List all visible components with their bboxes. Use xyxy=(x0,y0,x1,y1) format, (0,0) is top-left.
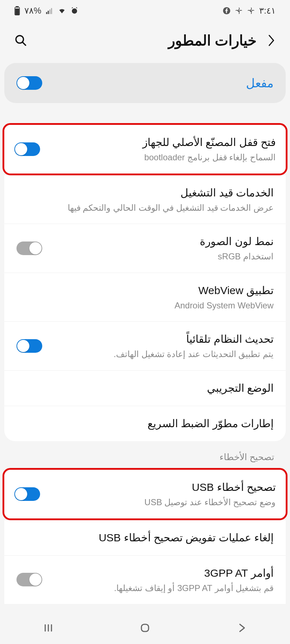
battery-text: %٧٨ xyxy=(24,6,41,16)
item-sub: وضع تصحيح الأخطاء عند توصيل USB xyxy=(47,496,276,508)
nav-recents-button[interactable] xyxy=(43,623,54,633)
status-left-group: %٧٨ xyxy=(14,6,78,16)
svg-rect-8 xyxy=(15,9,19,15)
wifi-icon xyxy=(58,7,66,15)
svg-rect-2 xyxy=(46,12,47,14)
master-toggle-row[interactable]: مفعل xyxy=(4,63,286,103)
running-services-item[interactable]: الخدمات قيد التشغيل عرض الخدمات قيد التش… xyxy=(4,175,286,224)
item-title: تصحيح أخطاء USB xyxy=(47,480,276,495)
item-sub: Android System WebView xyxy=(16,299,274,312)
alarm-icon xyxy=(71,7,78,15)
loop-icon xyxy=(247,7,255,15)
color-profile-item[interactable]: نمط لون الصورة استخدام sRGB xyxy=(4,224,286,273)
webview-item[interactable]: تطبيق WebView Android System WebView xyxy=(4,273,286,322)
revoke-usb-auth-item[interactable]: إلغاء عمليات تفويض تصحيح أخطاء USB xyxy=(4,520,286,556)
svg-rect-5 xyxy=(51,8,52,14)
loop-icon-2 xyxy=(235,7,243,15)
svg-point-1 xyxy=(72,9,77,14)
oem-unlock-highlight: فتح قفل المصنّع الأصلي للجهاز السماح بإل… xyxy=(3,123,287,175)
page-header: خيارات المطور xyxy=(0,21,290,63)
usb-debugging-item[interactable]: تصحيح أخطاء USB وضع تصحيح الأخطاء عند تو… xyxy=(4,470,286,518)
status-right-group: ٣:٤١ xyxy=(223,6,276,16)
3gpp-at-item[interactable]: أوامر 3GPP AT قم بتشغيل أوامر 3GPP AT أو… xyxy=(4,556,286,604)
item-title: تحديث النظام تلقائياً xyxy=(49,332,274,347)
clock: ٣:٤١ xyxy=(259,6,276,16)
signal-icon xyxy=(45,7,53,15)
auto-update-item[interactable]: تحديث النظام تلقائياً يتم تطبيق التحديثا… xyxy=(4,322,286,371)
item-sub: السماح بإلغاء قفل برنامج bootloader xyxy=(47,151,276,164)
item-title: إطارات مطوّر الضبط السريع xyxy=(16,416,274,431)
demo-mode-item[interactable]: الوضع التجريبي xyxy=(4,371,286,406)
item-sub: يتم تطبيق التحديثات عند إعادة تشغيل الها… xyxy=(49,348,274,360)
3gpp-at-switch[interactable] xyxy=(16,573,42,586)
item-title: إلغاء عمليات تفويض تصحيح أخطاء USB xyxy=(16,530,274,545)
oem-unlock-item[interactable]: فتح قفل المصنّع الأصلي للجهاز السماح بإل… xyxy=(4,125,286,174)
qs-developer-tiles-item[interactable]: إطارات مطوّر الضبط السريع xyxy=(4,406,286,441)
svg-rect-7 xyxy=(16,6,19,7)
item-title: أوامر 3GPP AT xyxy=(49,566,274,581)
page-title: خيارات المطور xyxy=(168,32,257,49)
oem-unlock-switch[interactable] xyxy=(14,142,40,156)
svg-rect-4 xyxy=(49,9,50,14)
battery-icon xyxy=(14,6,20,15)
item-title: الخدمات قيد التشغيل xyxy=(16,185,274,200)
facebook-icon xyxy=(223,7,231,15)
master-switch[interactable] xyxy=(16,76,42,90)
nav-home-button[interactable] xyxy=(140,623,150,633)
item-title: فتح قفل المصنّع الأصلي للجهاز xyxy=(47,135,276,150)
svg-rect-3 xyxy=(48,11,49,14)
back-button[interactable] xyxy=(266,33,276,48)
search-button[interactable] xyxy=(14,34,27,47)
color-profile-switch[interactable] xyxy=(16,241,42,255)
item-sub: استخدام sRGB xyxy=(49,250,274,263)
usb-debugging-highlight: تصحيح أخطاء USB وضع تصحيح الأخطاء عند تو… xyxy=(3,468,287,520)
item-title: تطبيق WebView xyxy=(16,283,274,298)
auto-update-switch[interactable] xyxy=(16,339,42,353)
master-toggle-label: مفعل xyxy=(246,76,274,90)
nav-back-button[interactable] xyxy=(236,623,247,633)
item-sub: قم بتشغيل أوامر 3GPP AT أو إيقاف تشغيلها… xyxy=(49,582,274,594)
item-sub: عرض الخدمات قيد التشغيل في الوقت الحالي … xyxy=(16,202,274,214)
status-bar: ٣:٤١ %٧٨ xyxy=(0,0,290,21)
svg-rect-10 xyxy=(141,624,149,631)
usb-debugging-switch[interactable] xyxy=(14,487,40,501)
item-title: نمط لون الصورة xyxy=(49,234,274,249)
navigation-bar xyxy=(0,612,290,644)
debugging-section-title: تصحيح الأخطاء xyxy=(0,441,290,468)
item-title: الوضع التجريبي xyxy=(16,381,274,396)
